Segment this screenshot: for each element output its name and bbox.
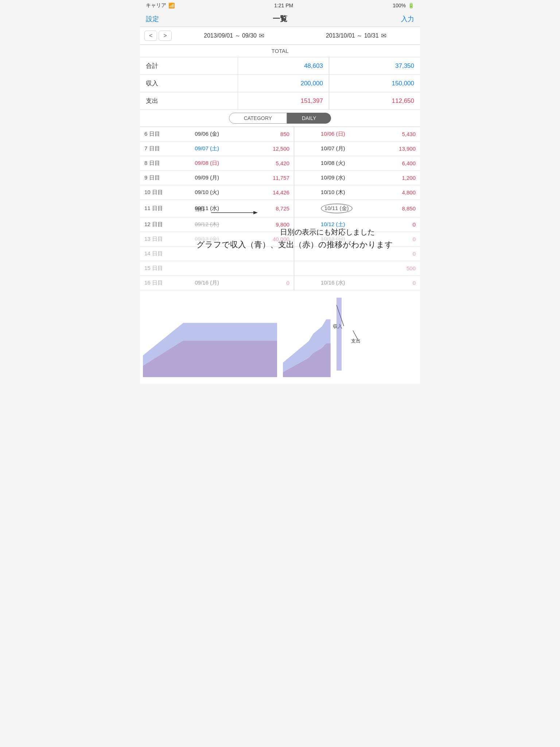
chart-left-svg: [143, 297, 277, 377]
amount-col-2: 6,400: [378, 156, 420, 171]
amount-col-1: [252, 261, 294, 276]
date-col-1[interactable]: 09/12 (木): [190, 217, 252, 232]
svg-rect-6: [337, 298, 342, 371]
svg-line-5: [353, 330, 358, 341]
day-label: 14 日目: [140, 247, 190, 261]
date-col-1[interactable]: [190, 261, 252, 276]
day-label: 12 日目: [140, 217, 190, 232]
date-col-2[interactable]: 10/16 (水): [316, 276, 378, 290]
amount-col-1: 0: [252, 276, 294, 290]
amount-col-1: 850: [252, 127, 294, 142]
amount-col-1: 9,800: [252, 217, 294, 232]
amount-col-2: 5,430: [378, 127, 420, 142]
day-label: 11 日目: [140, 200, 190, 217]
amount-col-1: 14,426: [252, 185, 294, 200]
date-col-2[interactable]: 10/13 (日): [316, 232, 378, 247]
separator: [294, 247, 316, 261]
amount-col-2: 0: [378, 247, 420, 261]
total-row-val2: 37,350: [329, 57, 420, 75]
separator: [294, 185, 316, 200]
toggle-bar: CATEGORY DAILY: [140, 110, 420, 127]
chart-annotation-svg: [280, 294, 420, 380]
day-label: 13 日目: [140, 232, 190, 247]
battery-icon: 🔋: [408, 3, 414, 8]
income-area-left: [143, 323, 277, 377]
mail-icon-2[interactable]: ✉: [381, 32, 386, 40]
date-col-1[interactable]: 09/10 (火): [190, 185, 252, 200]
daily-table: 6 日目 09/06 (金) 850 10/06 (日) 5,430 7 日目 …: [140, 127, 420, 290]
date-col-1[interactable]: 09/06 (金): [190, 127, 252, 142]
amount-col-2: 0: [378, 232, 420, 247]
total-table: 合計 48,603 37,350 収入 200,000 150,000 支出 1…: [140, 57, 420, 110]
date-col-2[interactable]: 10/10 (木): [316, 185, 378, 200]
amount-col-1: 12,500: [252, 142, 294, 156]
date-col-2[interactable]: 10/11 (金): [316, 200, 378, 217]
amount-col-1: 5,420: [252, 156, 294, 171]
separator: [294, 156, 316, 171]
daily-toggle[interactable]: DAILY: [287, 113, 331, 124]
separator: [294, 261, 316, 276]
amount-col-2: 4,800: [378, 185, 420, 200]
date-col-1[interactable]: 09/13 (金): [190, 232, 252, 247]
toggle-group: CATEGORY DAILY: [229, 113, 331, 124]
status-time: 1:21 PM: [274, 3, 293, 8]
total-header: TOTAL: [140, 45, 420, 57]
day-label: 9 日目: [140, 171, 190, 185]
settings-link[interactable]: 設定: [146, 15, 159, 23]
nav-title: 一覧: [273, 14, 287, 24]
chart-right: 収入 支出: [280, 294, 420, 380]
total-row-label: 合計: [140, 57, 238, 75]
status-bar: キャリア 📶 1:21 PM 100% 🔋: [140, 0, 420, 11]
date-col-2[interactable]: [316, 247, 378, 261]
amount-col-1: 11,757: [252, 171, 294, 185]
period-group-2: 2013/10/01 ～ 10/31 ✉: [296, 32, 416, 40]
day-label: 16 日目: [140, 276, 190, 290]
total-row-val1: 151,397: [238, 92, 329, 110]
date-col-1[interactable]: 09/16 (月): [190, 276, 252, 290]
category-toggle[interactable]: CATEGORY: [229, 113, 287, 124]
day-label: 6 日目: [140, 127, 190, 142]
prev-button[interactable]: <: [144, 31, 157, 41]
input-link[interactable]: 入力: [401, 15, 414, 23]
date-col-2[interactable]: 10/08 (火): [316, 156, 378, 171]
carrier-label: キャリア: [146, 2, 166, 9]
status-left: キャリア 📶: [146, 2, 175, 9]
period-nav: < > 2013/09/01 ～ 09/30 ✉ 2013/10/01 ～ 10…: [140, 27, 420, 45]
separator: [294, 171, 316, 185]
period2-text: 2013/10/01 ～ 10/31: [326, 32, 379, 40]
battery-label: 100%: [393, 3, 406, 8]
next-button[interactable]: >: [159, 31, 171, 41]
date-col-1[interactable]: 09/09 (月): [190, 171, 252, 185]
separator: [294, 200, 316, 217]
total-row-val2: 150,000: [329, 75, 420, 92]
chart-left: [140, 294, 280, 380]
period-group-1: 2013/09/01 ～ 09/30 ✉: [175, 32, 294, 40]
day-label: 10 日目: [140, 185, 190, 200]
mail-icon-1[interactable]: ✉: [259, 32, 264, 40]
period1-text: 2013/09/01 ～ 09/30: [204, 32, 257, 40]
date-col-1[interactable]: 09/08 (日): [190, 156, 252, 171]
date-col-2[interactable]: [316, 261, 378, 276]
total-row-label: 支出: [140, 92, 238, 110]
total-row-val1: 200,000: [238, 75, 329, 92]
separator: [294, 276, 316, 290]
amount-col-2: 0: [378, 217, 420, 232]
date-col-1[interactable]: 09/07 (土): [190, 142, 252, 156]
date-col-2[interactable]: 10/09 (水): [316, 171, 378, 185]
day-label: 7 日目: [140, 142, 190, 156]
status-right: 100% 🔋: [393, 3, 414, 8]
separator: [294, 232, 316, 247]
date-col-2[interactable]: 10/06 (日): [316, 127, 378, 142]
wifi-icon: 📶: [168, 3, 175, 8]
total-row-label: 収入: [140, 75, 238, 92]
date-col-2[interactable]: 10/07 (月): [316, 142, 378, 156]
daily-section: 6 日目 09/06 (金) 850 10/06 (日) 5,430 7 日目 …: [140, 127, 420, 290]
amount-col-1: 8,725: [252, 200, 294, 217]
total-row-val1: 48,603: [238, 57, 329, 75]
date-col-2[interactable]: 10/12 (土): [316, 217, 378, 232]
chart-section: 収入 支出: [140, 290, 420, 384]
date-col-1[interactable]: [190, 247, 252, 261]
date-col-1[interactable]: 09/11 (水): [190, 200, 252, 217]
separator: [294, 142, 316, 156]
separator: [294, 217, 316, 232]
